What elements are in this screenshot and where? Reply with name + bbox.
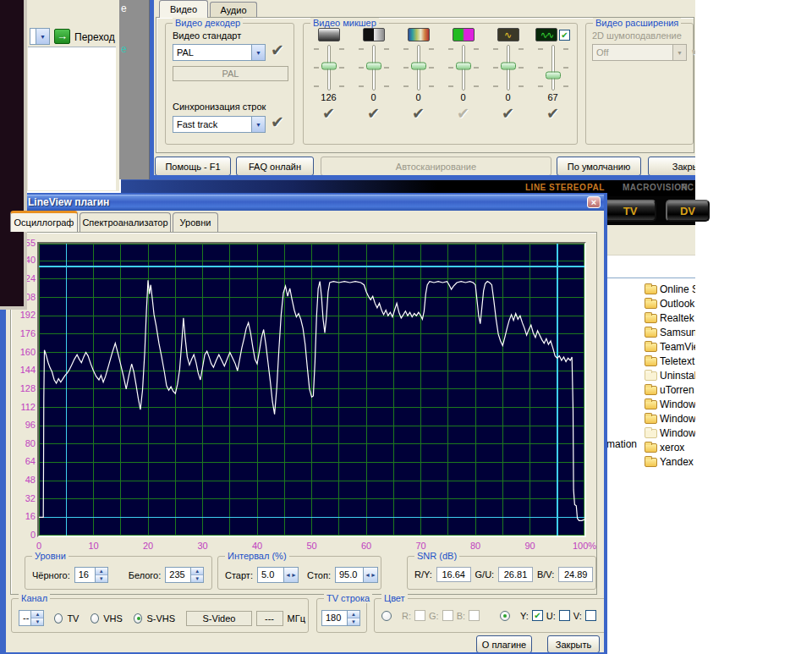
- spin-up-icon[interactable]: ▲: [191, 568, 203, 575]
- spin-down-icon[interactable]: ▼: [31, 618, 43, 625]
- close-button[interactable]: Закрыть: [648, 157, 695, 176]
- left-right-arrows-icon[interactable]: ◄►: [283, 568, 298, 582]
- slider-thumb[interactable]: [411, 62, 426, 69]
- chevron-down-icon[interactable]: ▼: [36, 29, 49, 44]
- yuv-radio[interactable]: [500, 611, 510, 621]
- mixer-slider[interactable]: [489, 43, 528, 92]
- u-checkbox[interactable]: [559, 610, 570, 621]
- white-level-spinner[interactable]: 235 ▲▼: [165, 567, 204, 583]
- slider-thumb[interactable]: [456, 62, 471, 69]
- slider-thumb[interactable]: [546, 72, 561, 80]
- folder-item[interactable]: Samsun: [607, 326, 695, 339]
- spin-up-icon[interactable]: ▲: [31, 611, 43, 618]
- folder-item[interactable]: xerox: [607, 441, 695, 454]
- apply-check-icon: ✔: [690, 41, 695, 60]
- status-text: MACROVISION: [623, 183, 688, 192]
- vhs-radio-label: VHS: [103, 613, 123, 624]
- slider-thumb[interactable]: [501, 62, 516, 69]
- r-checkbox[interactable]: [414, 610, 425, 621]
- slider-value: 0: [460, 92, 465, 104]
- window-title: LineView плагин: [28, 196, 109, 208]
- folder-item[interactable]: Window: [607, 412, 695, 426]
- stop-spinner[interactable]: 95.0 ◄►: [335, 567, 378, 583]
- slider-thumb[interactable]: [366, 62, 381, 69]
- mixer-slider[interactable]: [399, 43, 438, 92]
- go-button[interactable]: →: [54, 29, 70, 44]
- start-spinner[interactable]: 5.0 ◄►: [257, 567, 299, 583]
- y-axis-tick: 80: [12, 438, 36, 450]
- mixer-enable-checkbox[interactable]: ✔: [559, 30, 570, 41]
- close-plugin-button[interactable]: Закрыть: [547, 635, 600, 653]
- black-level-spinner[interactable]: 16 ▲▼: [74, 567, 108, 583]
- mixer-slider[interactable]: [310, 43, 348, 92]
- spin-down-icon[interactable]: ▼: [191, 575, 203, 582]
- mixer-slider[interactable]: [354, 43, 393, 92]
- b-checkbox[interactable]: [469, 610, 480, 621]
- about-plugin-button[interactable]: О плагине: [476, 635, 532, 653]
- stop-label: Стоп:: [307, 570, 331, 580]
- folder-item[interactable]: uTorren: [607, 383, 695, 397]
- chevron-down-icon[interactable]: ▼: [251, 45, 265, 60]
- group-label: Цвет: [381, 593, 408, 603]
- frequency-field: ---: [256, 611, 283, 626]
- folder-item[interactable]: Uninstal: [607, 369, 695, 382]
- status-text: PAL: [587, 183, 605, 192]
- vhs-radio[interactable]: [91, 613, 99, 624]
- sync-combo[interactable]: Fast track ▼: [173, 116, 266, 133]
- x-axis-tick: 30: [188, 541, 218, 552]
- folder-item[interactable]: Outlook: [607, 297, 695, 311]
- status-text: RC: [681, 183, 694, 192]
- lineview-window: LineView плагин × Осциллограф Спектроана…: [0, 193, 607, 654]
- video-standard-combo[interactable]: PAL ▼: [173, 44, 266, 61]
- folder-icon: [645, 357, 657, 366]
- svhs-radio[interactable]: [134, 613, 142, 624]
- slider-value: 0: [415, 92, 420, 104]
- mixer-slider[interactable]: [444, 43, 483, 92]
- folder-icon: [645, 314, 657, 323]
- left-right-arrows-icon[interactable]: ◄►: [363, 568, 377, 582]
- chevron-down-icon[interactable]: ▼: [251, 117, 265, 132]
- partial-text: е: [121, 43, 127, 55]
- x-axis-tick: 80: [460, 541, 491, 552]
- spin-up-icon[interactable]: ▲: [348, 611, 359, 618]
- chart-plot: [39, 244, 584, 536]
- dv-button[interactable]: DV: [666, 200, 710, 222]
- tv-radio[interactable]: [54, 613, 63, 624]
- slider-thumb[interactable]: [321, 62, 337, 69]
- folder-item[interactable]: Window: [607, 426, 695, 440]
- g-checkbox[interactable]: [442, 610, 453, 621]
- rgb-radio[interactable]: [381, 611, 392, 621]
- help-button[interactable]: Помощь - F1: [155, 157, 231, 176]
- defaults-button[interactable]: По умолчанию: [557, 157, 641, 176]
- folder-item[interactable]: Realtek: [607, 311, 695, 325]
- folder-item[interactable]: Yandex: [607, 455, 695, 469]
- tab-spectrum-analyzer[interactable]: Спектроанализатор: [80, 212, 171, 232]
- tab-video[interactable]: Видео: [159, 0, 208, 18]
- tab-oscillograph[interactable]: Осциллограф: [10, 211, 78, 232]
- tab-levels[interactable]: Уровни: [173, 212, 218, 232]
- folder-item[interactable]: Teletext: [607, 354, 695, 368]
- folder-item[interactable]: Window: [607, 398, 695, 411]
- v-checkbox[interactable]: [585, 610, 596, 621]
- folder-item[interactable]: Online S: [607, 283, 695, 296]
- spin-down-icon[interactable]: ▼: [96, 575, 107, 582]
- left-combo[interactable]: ▼: [30, 28, 50, 45]
- folder-icon: [645, 300, 657, 309]
- faq-button[interactable]: FAQ онлайн: [236, 157, 314, 176]
- tab-audio[interactable]: Аудио: [210, 2, 257, 18]
- r-label: R:: [402, 611, 411, 621]
- slider-track[interactable]: [551, 45, 555, 91]
- close-button[interactable]: ×: [587, 196, 601, 208]
- apply-check-icon: ✔: [412, 104, 425, 123]
- tv-line-spinner[interactable]: 180 ▲▼: [321, 610, 360, 626]
- folder-item[interactable]: TeamVie: [607, 340, 695, 354]
- channel-spinner[interactable]: -- ▲▼: [19, 610, 44, 626]
- tv-button[interactable]: TV: [604, 200, 656, 222]
- spinner-value: 95.0: [336, 568, 363, 582]
- title-bar[interactable]: LineView плагин ×: [6, 195, 604, 211]
- spin-down-icon[interactable]: ▼: [348, 618, 359, 625]
- spin-up-icon[interactable]: ▲: [96, 568, 107, 575]
- mixer-slider[interactable]: [534, 43, 573, 92]
- folder-icon: [645, 386, 657, 395]
- y-checkbox[interactable]: ✔: [532, 610, 543, 621]
